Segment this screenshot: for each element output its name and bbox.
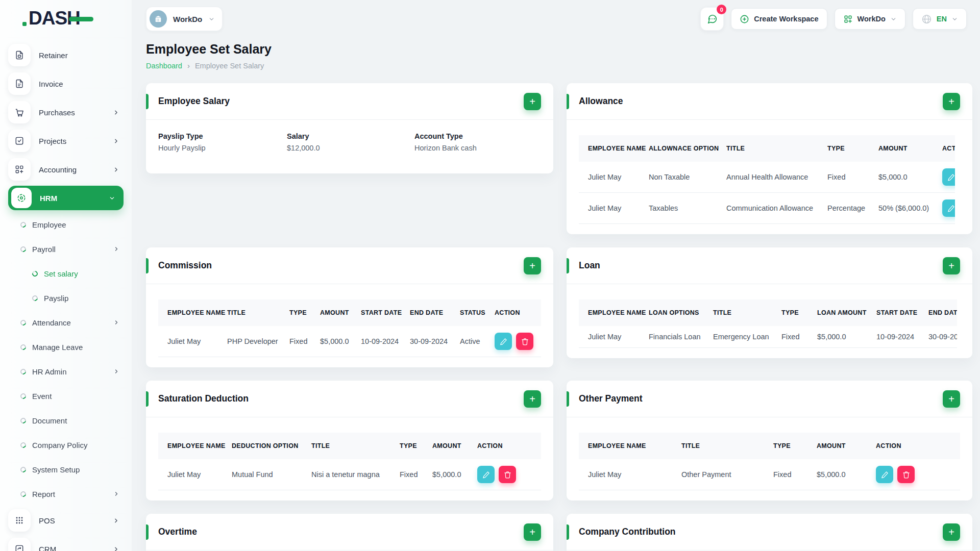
- edit-button[interactable]: [876, 466, 893, 483]
- sidebar-item-payroll[interactable]: Payroll: [0, 237, 132, 261]
- other-payment-table: EMPLOYEE NAME TITLE TYPE AMOUNT ACTION J…: [579, 433, 960, 490]
- sidebar-item-system-setup[interactable]: System Setup: [0, 457, 132, 482]
- column-header: TYPE: [284, 299, 315, 326]
- add-employee-salary-button[interactable]: +: [524, 93, 541, 110]
- table-row: Juliet May Taxables Communication Allowa…: [579, 193, 955, 224]
- column-header: AMOUNT: [812, 433, 871, 459]
- add-allowance-button[interactable]: +: [943, 93, 960, 110]
- page-title: Employee Set Salary: [146, 42, 980, 57]
- cell-employee-name: Juliet May: [579, 162, 644, 193]
- delete-button[interactable]: [516, 333, 533, 350]
- chevron-down-icon: [890, 16, 897, 22]
- column-header: ACTION: [937, 135, 955, 162]
- sidebar-item-label: Set salary: [44, 269, 78, 278]
- add-other-payment-button[interactable]: +: [943, 390, 960, 408]
- bullet-icon: [19, 343, 27, 350]
- column-header: TITLE: [708, 299, 776, 326]
- card-accent: [567, 94, 569, 109]
- column-header: AMOUNT: [873, 135, 937, 162]
- workspace-avatar: [150, 10, 167, 28]
- language-selector[interactable]: EN: [913, 8, 967, 30]
- breadcrumb-current: Employee Set Salary: [195, 62, 264, 70]
- chevron-right-icon: [113, 491, 119, 497]
- chevron-right-icon: [113, 166, 119, 173]
- add-loan-button[interactable]: +: [943, 257, 960, 274]
- cell-type: Fixed: [776, 326, 812, 348]
- sidebar-item-label: Accounting: [39, 165, 77, 174]
- sidebar-item-label: Purchases: [39, 108, 75, 117]
- allowance-table: EMPLOYEE NAME ALLOWNACE OPTION TITLE TYP…: [579, 135, 955, 224]
- sidebar-item-label: Event: [32, 392, 52, 400]
- column-header: ACTION: [472, 433, 541, 459]
- sidebar-item-label: Employee: [32, 220, 66, 229]
- add-overtime-button[interactable]: +: [524, 523, 541, 541]
- cell-amount: 50% ($6,000.0): [873, 193, 937, 224]
- edit-button[interactable]: [942, 168, 955, 186]
- sidebar-item-label: HR Admin: [32, 367, 67, 376]
- allowance-card: Allowance + EMPLOYEE NAME ALLOWNACE OPTI…: [567, 83, 972, 234]
- sidebar-item-hr-admin[interactable]: HR Admin: [0, 359, 132, 384]
- sidebar-item-pos[interactable]: POS: [0, 506, 132, 535]
- create-workspace-button[interactable]: Create Workspace: [731, 8, 827, 30]
- sidebar-item-payslip[interactable]: Payslip: [0, 286, 132, 310]
- cell-title: Other Payment: [676, 459, 768, 490]
- sidebar-item-report[interactable]: Report: [0, 482, 132, 506]
- sidebar-item-attendance[interactable]: Attendance: [0, 310, 132, 335]
- workspace-menu-button[interactable]: WorkDo: [835, 8, 905, 30]
- sidebar-item-set-salary-active[interactable]: Set salary: [0, 261, 132, 286]
- messages-count-badge: 0: [717, 5, 726, 14]
- sidebar-item-hrm-active[interactable]: HRM: [8, 186, 124, 210]
- chevron-down-icon: [208, 16, 215, 22]
- sidebar-item-employee[interactable]: Employee: [0, 212, 132, 237]
- crm-icon: [8, 538, 31, 551]
- sidebar-item-company-policy[interactable]: Company Policy: [0, 433, 132, 457]
- column-header: END DATE: [405, 299, 455, 326]
- add-company-contribution-button[interactable]: +: [943, 523, 960, 541]
- sidebar-item-event[interactable]: Event: [0, 384, 132, 408]
- cell-allowance-option: Non Taxable: [644, 162, 721, 193]
- edit-button[interactable]: [495, 333, 512, 350]
- chevron-right-icon: [113, 138, 119, 144]
- sidebar-item-document[interactable]: Document: [0, 408, 132, 433]
- sidebar-item-projects[interactable]: Projects: [0, 127, 132, 155]
- sidebar-item-invoice[interactable]: Invoice: [0, 69, 132, 98]
- card-accent: [567, 258, 569, 273]
- workspace-switcher[interactable]: WorkDo: [146, 7, 223, 31]
- sidebar-item-label: Manage Leave: [32, 343, 83, 352]
- cell-type: Fixed: [822, 162, 873, 193]
- logo-dot-icon: [22, 22, 27, 26]
- card-title: Overtime: [158, 527, 197, 537]
- sidebar-item-purchases[interactable]: Purchases: [0, 98, 132, 127]
- breadcrumb-dashboard-link[interactable]: Dashboard: [146, 62, 182, 70]
- sidebar-item-retainer[interactable]: Retainer: [0, 41, 132, 69]
- cart-icon: [8, 101, 31, 123]
- delete-button[interactable]: [499, 466, 516, 483]
- column-header: EMPLOYEE NAME: [579, 299, 644, 326]
- cell-employee-name: Juliet May: [158, 459, 227, 490]
- edit-button[interactable]: [477, 466, 495, 483]
- add-commission-button[interactable]: +: [524, 257, 541, 274]
- card-accent: [567, 391, 569, 407]
- column-header: EMPLOYEE NAME: [158, 299, 222, 326]
- cell-loan-option: Financials Loan: [644, 326, 708, 348]
- table-row: Juliet May Financials Loan Emergency Loa…: [579, 326, 957, 348]
- cell-end-date: 30-09-2024: [923, 326, 957, 348]
- delete-button[interactable]: [897, 466, 915, 483]
- cell-employee-name: Juliet May: [579, 326, 644, 348]
- sidebar-item-manage-leave[interactable]: Manage Leave: [0, 335, 132, 359]
- sidebar-item-crm[interactable]: CRM: [0, 535, 132, 551]
- card-accent: [146, 258, 149, 273]
- messages-button[interactable]: 0: [700, 7, 724, 31]
- add-saturation-deduction-button[interactable]: +: [524, 390, 541, 408]
- dash-logo: DASH: [29, 7, 80, 30]
- edit-button[interactable]: [942, 199, 955, 217]
- cell-employee-name: Juliet May: [158, 326, 222, 357]
- column-header: START DATE: [871, 299, 923, 326]
- column-header: TITLE: [222, 299, 284, 326]
- sidebar-nav: Retainer Invoice Purchases Projects: [0, 41, 132, 551]
- column-header: ACTION: [489, 299, 541, 326]
- sidebar-item-accounting[interactable]: Accounting: [0, 155, 132, 184]
- bullet-icon: [31, 269, 39, 277]
- card-accent: [146, 94, 149, 109]
- cell-employee-name: Juliet May: [579, 459, 676, 490]
